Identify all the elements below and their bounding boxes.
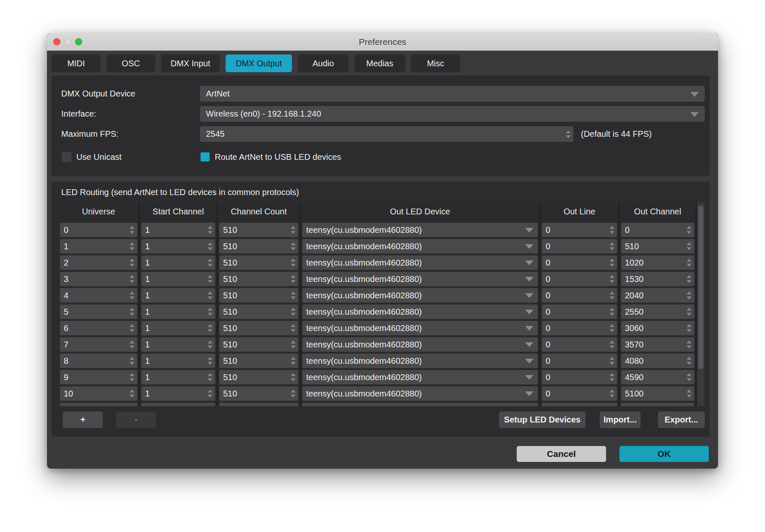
stepper-arrows-icon[interactable] [130,292,135,300]
out_channel-cell[interactable]: 510 [621,239,694,253]
stepper-arrows-icon[interactable] [208,275,213,283]
universe-cell[interactable]: 4 [60,288,137,303]
stepper-arrows-icon[interactable] [687,373,692,381]
channel_count-cell[interactable]: 510 [219,272,298,286]
channel_count-cell[interactable]: 510 [219,386,298,401]
stepper-arrows-icon[interactable] [130,226,135,234]
start_channel-cell[interactable]: 1 [141,256,215,270]
universe-cell[interactable]: 5 [60,305,137,319]
channel_count-cell[interactable]: 510 [219,223,298,237]
out_channel-cell[interactable]: 2040 [621,288,694,303]
device-dropdown-cell[interactable]: teensy(cu.usbmodem4602880) [302,386,538,401]
universe-cell[interactable]: 10 [60,386,137,401]
stepper-arrows-icon[interactable] [291,275,296,283]
start_channel-cell[interactable]: 1 [141,288,215,303]
stepper-arrows-icon[interactable] [291,243,296,250]
device-dropdown-cell[interactable]: teensy(cu.usbmodem4602880) [302,223,538,237]
remove-row-button[interactable]: - [116,412,156,428]
tab-osc[interactable]: OSC [107,55,155,72]
interface-dropdown[interactable]: Wireless (en0) - 192.168.1.240 [200,106,705,122]
out_line-cell[interactable]: 0 [542,386,617,401]
stepper-arrows-icon[interactable] [687,357,692,365]
stepper-arrows-icon[interactable] [208,373,213,381]
stepper-arrows-icon[interactable] [208,357,213,365]
stepper-arrows-icon[interactable] [609,324,614,332]
channel_count-cell[interactable]: 510 [219,354,298,368]
stepper-arrows-icon[interactable] [609,373,614,381]
stepper-arrows-icon[interactable] [130,341,135,349]
stepper-arrows-icon[interactable] [609,226,614,234]
stepper-arrows-icon[interactable] [130,243,135,250]
stepper-arrows-icon[interactable] [130,324,135,332]
start_channel-cell[interactable]: 1 [141,337,215,352]
stepper-arrows-icon[interactable] [130,275,135,283]
stepper-arrows-icon[interactable] [130,259,135,267]
out_channel-cell[interactable]: 3060 [621,321,694,335]
stepper-arrows-icon[interactable] [687,226,692,234]
channel_count-cell[interactable]: 510 [219,321,298,335]
stepper-arrows-icon[interactable] [609,357,614,365]
universe-cell[interactable]: 1 [60,239,137,253]
stepper-arrows-icon[interactable] [208,259,213,267]
channel_count-cell[interactable]: 510 [219,239,298,253]
out_line-cell[interactable]: 0 [542,223,617,237]
stepper-arrows-icon[interactable] [609,341,614,349]
device-dropdown-cell[interactable]: teensy(cu.usbmodem4602880) [302,272,538,286]
tab-dmx-output[interactable]: DMX Output [226,55,292,72]
stepper-arrows-icon[interactable] [130,308,135,316]
out_line-cell[interactable]: 0 [542,337,617,352]
start_channel-cell[interactable]: 1 [141,321,215,335]
device-dropdown-cell[interactable]: teensy(cu.usbmodem4602880) [302,288,538,303]
out_line-cell[interactable]: 0 [542,354,617,368]
stepper-arrows-icon[interactable] [687,390,692,398]
fps-input[interactable]: 2545 [200,126,573,142]
stepper-arrows-icon[interactable] [609,292,614,300]
route-artnet-checkbox[interactable] [200,152,210,162]
out_line-cell[interactable]: 0 [542,239,617,253]
tab-medias[interactable]: Medias [354,55,405,72]
channel_count-cell[interactable]: 510 [219,288,298,303]
device-dropdown-cell[interactable]: teensy(cu.usbmodem4602880) [302,354,538,368]
out_channel-cell[interactable]: 5100 [621,386,694,401]
stepper-arrows-icon[interactable] [687,324,692,332]
channel_count-cell[interactable]: 510 [219,370,298,384]
device-dropdown-cell[interactable]: teensy(cu.usbmodem4602880) [302,256,538,270]
universe-cell[interactable]: 7 [60,337,137,352]
stepper-arrows-icon[interactable] [291,259,296,267]
out_line-cell[interactable]: 0 [542,305,617,319]
import-button[interactable]: Import... [600,412,640,428]
device-dropdown-cell[interactable]: teensy(cu.usbmodem4602880) [302,305,538,319]
stepper-arrows-icon[interactable] [130,390,135,398]
stepper-arrows-icon[interactable] [291,357,296,365]
device-dropdown-cell[interactable]: teensy(cu.usbmodem4602880) [302,321,538,335]
start_channel-cell[interactable]: 1 [141,386,215,401]
channel_count-cell[interactable]: 510 [219,305,298,319]
start_channel-cell[interactable]: 1 [141,370,215,384]
out_channel-cell[interactable]: 1530 [621,272,694,286]
universe-cell[interactable]: 2 [60,256,137,270]
stepper-arrows-icon[interactable] [687,275,692,283]
stepper-arrows-icon[interactable] [609,259,614,267]
stepper-arrows-icon[interactable] [291,373,296,381]
stepper-arrows-icon[interactable] [687,341,692,349]
out_channel-cell[interactable]: 0 [621,223,694,237]
out_line-cell[interactable]: 0 [542,321,617,335]
scrollbar-thumb[interactable] [698,206,703,369]
out_line-cell[interactable]: 0 [542,272,617,286]
table-scrollbar[interactable] [697,202,705,406]
stepper-arrows-icon[interactable] [208,341,213,349]
universe-cell[interactable]: 0 [60,223,137,237]
start_channel-cell[interactable]: 1 [141,272,215,286]
stepper-arrows-icon[interactable] [130,357,135,365]
setup-led-devices-button[interactable]: Setup LED Devices [499,412,585,428]
start_channel-cell[interactable]: 1 [141,305,215,319]
out_channel-cell[interactable]: 2550 [621,305,694,319]
device-dropdown-cell[interactable]: teensy(cu.usbmodem4602880) [302,337,538,352]
stepper-arrows-icon[interactable] [687,292,692,300]
cancel-button[interactable]: Cancel [517,446,606,462]
stepper-arrows-icon[interactable] [291,308,296,316]
out_channel-cell[interactable]: 4590 [621,370,694,384]
stepper-arrows-icon[interactable] [609,308,614,316]
tab-misc[interactable]: Misc [411,55,460,72]
stepper-arrows-icon[interactable] [208,324,213,332]
